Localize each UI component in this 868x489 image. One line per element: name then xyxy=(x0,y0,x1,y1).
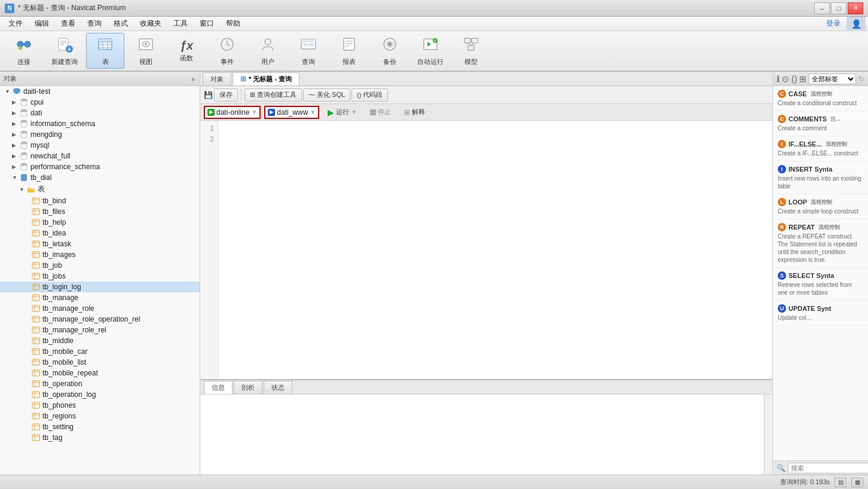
report-icon xyxy=(341,36,357,56)
tree-item-cpui[interactable]: ▶ cpui xyxy=(0,97,200,108)
query-button[interactable]: 查询 xyxy=(289,33,328,69)
tree-item-tb-regions[interactable]: tb_regions xyxy=(0,411,200,421)
snippet-info-icon[interactable]: ℹ xyxy=(777,74,780,84)
tab-object[interactable]: 对象 xyxy=(203,72,231,85)
snippet-search-input[interactable] xyxy=(788,463,868,473)
snippet-refresh-icon[interactable]: ↻ xyxy=(858,75,864,83)
explain-button[interactable]: ⊞ 解释 xyxy=(399,106,430,119)
bottom-content xyxy=(200,395,772,475)
tree-item-tb-job[interactable]: tb_job xyxy=(0,260,200,271)
svg-rect-93 xyxy=(32,349,39,354)
svg-rect-72 xyxy=(32,273,39,279)
menu-window[interactable]: 窗口 xyxy=(194,17,220,30)
target-db-selector[interactable]: ▶ dati_www ▼ xyxy=(264,106,319,119)
connect-button[interactable]: 连接 xyxy=(5,33,43,69)
tree-item-tb-mobile-repeat[interactable]: tb_mobile_repeat xyxy=(0,368,200,378)
view-button[interactable]: 视图 xyxy=(127,33,165,69)
menu-help[interactable]: 帮助 xyxy=(220,17,246,30)
code-segment-button[interactable]: () 代码段 xyxy=(352,88,388,102)
snippet-loop[interactable]: L LOOP 流程控制 Create a simple loop constru… xyxy=(773,194,868,219)
tab-query[interactable]: ⊞ * 无标题 - 查询 xyxy=(233,72,299,85)
tree-item-tb-manage[interactable]: tb_manage xyxy=(0,292,200,303)
tree-item-tb-operation[interactable]: tb_operation xyxy=(0,378,200,389)
backup-button[interactable]: 备份 xyxy=(371,33,409,69)
snippet-table-icon[interactable]: ⊞ xyxy=(799,74,806,84)
sidebar-tree[interactable]: ▼ daiti-test ▶ cpui ▶ xyxy=(0,86,200,475)
save-button[interactable]: 保存 xyxy=(214,88,238,102)
tree-item-tb-files[interactable]: tb_files xyxy=(0,206,200,217)
snippet-if-else[interactable]: I IF...ELSE... 流程控制 Create a IF...ELSE..… xyxy=(773,136,868,161)
menu-query[interactable]: 查询 xyxy=(81,17,108,30)
tree-item-tb-manage-role-rel[interactable]: tb_manage_role_rel xyxy=(0,325,200,335)
snippet-comments[interactable]: C COMMENTS 注... Create a comment xyxy=(773,111,868,136)
tree-item-dati[interactable]: ▶ dati xyxy=(0,108,200,118)
tree-item-tb-idea[interactable]: tb_idea xyxy=(0,228,200,239)
menu-tools[interactable]: 工具 xyxy=(167,17,194,30)
snippet-select-syntax[interactable]: S SELECT Synta Retrieve rows selected fr… xyxy=(773,268,868,301)
model-button[interactable]: 模型 xyxy=(452,33,490,69)
source-db-selector[interactable]: ▶ dati-online ▼ xyxy=(204,106,261,119)
report-button[interactable]: 报表 xyxy=(330,33,368,69)
svg-point-48 xyxy=(21,152,27,155)
tree-item-mengding[interactable]: ▶ mengding xyxy=(0,129,200,140)
tree-item-table-folder[interactable]: ▼ 表 xyxy=(0,183,200,195)
login-link[interactable]: 登录 xyxy=(820,17,846,30)
query-builder-button[interactable]: ⊞ 查询创建工具 xyxy=(244,88,302,102)
tree-item-tb-mobile-car[interactable]: tb_mobile_car xyxy=(0,346,200,357)
snippet-update-syntax[interactable]: U UPDATE Synt Update col... xyxy=(773,301,868,326)
tree-item-tb-tag[interactable]: tb_tag xyxy=(0,432,200,443)
code-textarea[interactable] xyxy=(218,121,772,379)
event-button[interactable]: 事件 xyxy=(208,33,246,69)
tree-item-daiti-test[interactable]: ▼ daiti-test xyxy=(0,86,200,97)
tab-profile[interactable]: 剖析 xyxy=(234,381,262,394)
tab-info[interactable]: 信息 xyxy=(204,381,233,394)
tree-item-tb-jobs[interactable]: tb_jobs xyxy=(0,271,200,282)
menu-file[interactable]: 文件 xyxy=(2,17,29,30)
tree-item-tb-images[interactable]: tb_images xyxy=(0,249,200,260)
tree-item-tb-middle[interactable]: tb_middle xyxy=(0,335,200,346)
snippet-filter-select[interactable]: 全部标签 xyxy=(809,74,856,84)
tree-item-newchat-full[interactable]: ▶ newchat_full xyxy=(0,151,200,161)
tree-item-information-schema[interactable]: ▶ information_schema xyxy=(0,118,200,129)
menu-format[interactable]: 格式 xyxy=(108,17,134,30)
new-query-button[interactable]: + 新建查询 xyxy=(45,33,84,69)
snippet-insert-syntax[interactable]: I INSERT Synta Insert new rows into an e… xyxy=(773,161,868,194)
menu-view[interactable]: 查看 xyxy=(55,17,81,30)
autorun-button[interactable]: ✓ 自动运行 xyxy=(411,33,450,69)
tree-item-tb-operation-log[interactable]: tb_operation_log xyxy=(0,389,200,400)
tab-status[interactable]: 状态 xyxy=(264,381,292,394)
snippet-case[interactable]: C CASE 流程控制 Create a conditional constru… xyxy=(773,86,868,111)
tree-item-tb-phones[interactable]: tb_phones xyxy=(0,400,200,411)
tree-item-tb-manage-role[interactable]: tb_manage_role xyxy=(0,303,200,314)
bottom-scrollbar[interactable] xyxy=(764,395,772,475)
tree-item-tb-mobile-list[interactable]: tb_mobile_list xyxy=(0,357,200,368)
close-button[interactable]: ✕ xyxy=(848,2,863,14)
run-button[interactable]: ▶ 运行 ▼ xyxy=(323,106,362,119)
svg-rect-69 xyxy=(32,262,39,268)
snippet-repeat[interactable]: R REPEAT 流程控制 Create a REPEAT construct.… xyxy=(773,219,868,268)
tree-item-tb-manage-role-operation-rel[interactable]: tb_manage_role_operation_rel xyxy=(0,314,200,325)
status-view-btn-2[interactable]: ▦ xyxy=(851,478,863,487)
tree-item-tb-ietask[interactable]: tb_ietask xyxy=(0,239,200,249)
menu-favorites[interactable]: 收藏夹 xyxy=(134,17,167,30)
snippet-bracket-icon[interactable]: () xyxy=(791,74,797,84)
maximize-button[interactable]: □ xyxy=(831,2,846,14)
tree-item-mysql[interactable]: ▶ mysql xyxy=(0,140,200,151)
user-button[interactable]: 用户 xyxy=(249,33,287,69)
tree-item-tb-dial[interactable]: ▼ tb_dial xyxy=(0,172,200,183)
window-controls[interactable]: – □ ✕ xyxy=(814,2,863,14)
menu-edit[interactable]: 编辑 xyxy=(29,17,55,30)
status-view-btn-1[interactable]: ▤ xyxy=(835,478,846,487)
snippet-target-icon[interactable]: ⊙ xyxy=(782,74,789,84)
minimize-button[interactable]: – xyxy=(814,2,830,14)
tree-item-tb-login-log[interactable]: tb_login_log xyxy=(0,282,200,292)
tree-item-tb-setting[interactable]: tb_setting xyxy=(0,421,200,432)
tree-item-tb-bind[interactable]: tb_bind xyxy=(0,195,200,206)
tree-item-tb-help[interactable]: tb_help xyxy=(0,217,200,228)
tree-label: performance_schema xyxy=(30,163,100,171)
beautify-sql-button[interactable]: ⁓ 美化 SQL xyxy=(303,88,350,102)
stop-button[interactable]: 停止 xyxy=(365,106,396,119)
tree-item-performance-schema[interactable]: ▶ performance_schema xyxy=(0,161,200,172)
function-button[interactable]: ƒx 函数 xyxy=(167,33,206,69)
table-button[interactable]: 表 xyxy=(86,33,124,69)
